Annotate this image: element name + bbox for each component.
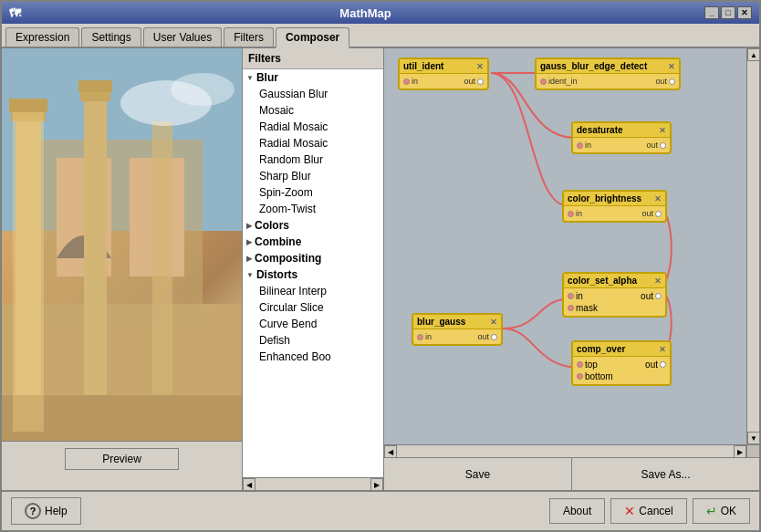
tree-hscroll-track[interactable] xyxy=(255,478,370,490)
node-util-ident[interactable]: util_ident ✕ in out xyxy=(398,57,489,90)
node-util-ident-close[interactable]: ✕ xyxy=(476,62,484,71)
node-blur-gauss-close[interactable]: ✕ xyxy=(490,318,497,327)
canvas-vscroll-track[interactable] xyxy=(747,61,759,432)
tab-filters[interactable]: Filters xyxy=(224,27,274,47)
tab-expression[interactable]: Expression xyxy=(5,27,79,47)
canvas-scroll-right[interactable]: ▶ xyxy=(734,445,746,458)
minimize-button[interactable]: _ xyxy=(704,6,719,19)
node-color-set-alpha-label: color_set_alpha xyxy=(568,276,637,286)
node-comp-over-close[interactable]: ✕ xyxy=(659,345,666,354)
node-color-brightness[interactable]: color_brightness ✕ in out xyxy=(562,190,667,223)
tree-item-sharp-blur[interactable]: Sharp Blur xyxy=(255,168,383,184)
tree-scroll-left[interactable]: ◀ xyxy=(243,478,255,490)
port-in-label: in xyxy=(576,209,582,218)
canvas-vscroll[interactable]: ▲ ▼ xyxy=(746,48,759,444)
node-gauss-blur-close[interactable]: ✕ xyxy=(668,62,675,71)
tree-group-colors[interactable]: ▶ Colors xyxy=(243,217,383,234)
tree-item-circular-slice[interactable]: Circular Slice xyxy=(255,299,383,316)
ok-button[interactable]: ↵ OK xyxy=(693,498,750,524)
port-out-label: out xyxy=(641,209,653,218)
cancel-button[interactable]: ✕ Cancel xyxy=(610,498,686,524)
port-out[interactable]: out xyxy=(646,141,666,150)
blur-expand-icon: ▼ xyxy=(246,74,254,82)
tree-group-blur[interactable]: ▼ Blur xyxy=(243,69,383,86)
port-out[interactable]: out xyxy=(641,209,662,218)
node-desaturate-ports: in out xyxy=(573,138,670,152)
node-desaturate-header: desaturate ✕ xyxy=(573,123,670,138)
port-out-label: out xyxy=(645,360,658,370)
port-out[interactable]: out xyxy=(464,77,484,86)
node-gauss-blur[interactable]: gauss_blur_edge_detect ✕ ident_in xyxy=(535,57,681,90)
tree-item-gaussian-blur[interactable]: Gaussian Blur xyxy=(255,86,383,102)
port-out-dot xyxy=(660,361,666,368)
tree-group-compositing[interactable]: ▶ Compositing xyxy=(243,250,383,266)
port-bottom[interactable]: bottom xyxy=(577,371,666,381)
tree-item-random-blur[interactable]: Random Blur xyxy=(255,151,383,168)
tree-item-radial-mosaic-1[interactable]: Radial Mosaic xyxy=(255,119,383,135)
node-desaturate[interactable]: desaturate ✕ in out xyxy=(571,121,672,154)
close-button[interactable]: ✕ xyxy=(737,6,752,19)
main-area: Preview Filters ▼ Blur Gaussian Blur xyxy=(2,48,759,490)
port-in[interactable]: in xyxy=(568,291,583,301)
scroll-corner xyxy=(746,445,759,457)
port-out[interactable]: out xyxy=(641,291,662,301)
canvas-area[interactable]: util_ident ✕ in out xyxy=(384,48,746,444)
save-button[interactable]: Save xyxy=(384,458,572,490)
canvas-scroll-down[interactable]: ▼ xyxy=(747,432,759,444)
distorts-expand-icon: ▼ xyxy=(246,271,254,279)
about-button[interactable]: About xyxy=(549,498,605,524)
port-top[interactable]: top xyxy=(577,360,598,370)
node-blur-gauss-label: blur_gauss xyxy=(417,317,465,327)
save-bar: Save Save As... xyxy=(384,457,759,490)
tree-group-combine[interactable]: ▶ Combine xyxy=(243,234,383,250)
port-bottom-dot xyxy=(577,373,583,380)
tree-group-distorts[interactable]: ▼ Distorts xyxy=(243,266,383,283)
tree-item-curve-bend[interactable]: Curve Bend xyxy=(255,316,383,332)
tab-composer[interactable]: Composer xyxy=(276,27,349,48)
node-color-set-alpha[interactable]: color_set_alpha ✕ in out xyxy=(562,272,667,318)
tab-settings[interactable]: Settings xyxy=(81,27,141,47)
tree-item-defish[interactable]: Defish xyxy=(255,332,383,349)
colors-group-label: Colors xyxy=(255,219,289,232)
tree-item-zoom-twist[interactable]: Zoom-Twist xyxy=(255,201,383,217)
tab-user-values[interactable]: User Values xyxy=(143,27,222,47)
save-as-button[interactable]: Save As... xyxy=(572,458,759,490)
tree-item-enhanced[interactable]: Enhanced Boo xyxy=(255,349,383,365)
preview-button[interactable]: Preview xyxy=(65,448,179,470)
cancel-icon: ✕ xyxy=(624,504,635,518)
port-in[interactable]: in xyxy=(403,77,418,86)
help-label: Help xyxy=(45,505,68,517)
tree-scroll[interactable]: ▼ Blur Gaussian Blur Mosaic Radial Mosai… xyxy=(243,69,383,477)
tree-item-bilinear[interactable]: Bilinear Interp xyxy=(255,283,383,299)
port-out-label: out xyxy=(641,291,653,301)
tree-item-spin-zoom[interactable]: Spin-Zoom xyxy=(255,184,383,201)
port-out-dot xyxy=(491,334,497,340)
node-color-brightness-close[interactable]: ✕ xyxy=(654,194,662,203)
node-comp-over[interactable]: comp_over ✕ top out xyxy=(571,340,672,386)
canvas-scroll-up[interactable]: ▲ xyxy=(747,48,759,61)
port-in[interactable]: in xyxy=(568,209,582,218)
main-window: 🗺 MathMap _ □ ✕ Expression Settings User… xyxy=(0,0,761,532)
help-button[interactable]: ? Help xyxy=(11,497,81,525)
port-out-dot xyxy=(655,293,662,299)
compositing-expand-icon: ▶ xyxy=(246,255,252,263)
port-in[interactable]: in xyxy=(577,141,591,150)
canvas-scroll-left[interactable]: ◀ xyxy=(384,445,397,458)
node-blur-gauss-header: blur_gauss ✕ xyxy=(413,315,501,329)
node-util-ident-label: util_ident xyxy=(403,61,443,71)
node-blur-gauss[interactable]: blur_gauss ✕ in out xyxy=(412,313,503,346)
port-out[interactable]: out xyxy=(655,77,675,86)
port-out[interactable]: out xyxy=(477,332,497,341)
node-color-set-alpha-close[interactable]: ✕ xyxy=(654,276,662,286)
port-in[interactable]: in xyxy=(417,332,432,341)
tree-scroll-right[interactable]: ▶ xyxy=(370,478,383,490)
port-in-label: in xyxy=(576,291,583,301)
port-out[interactable]: out xyxy=(645,360,666,370)
port-mask[interactable]: mask xyxy=(568,303,662,313)
canvas-hscroll-track[interactable] xyxy=(397,445,734,457)
tree-item-mosaic[interactable]: Mosaic xyxy=(255,102,383,119)
tree-item-radial-mosaic-2[interactable]: Radial Mosaic xyxy=(255,135,383,151)
port-ident-in[interactable]: ident_in xyxy=(540,77,578,86)
node-desaturate-close[interactable]: ✕ xyxy=(659,126,666,135)
maximize-button[interactable]: □ xyxy=(721,6,735,19)
